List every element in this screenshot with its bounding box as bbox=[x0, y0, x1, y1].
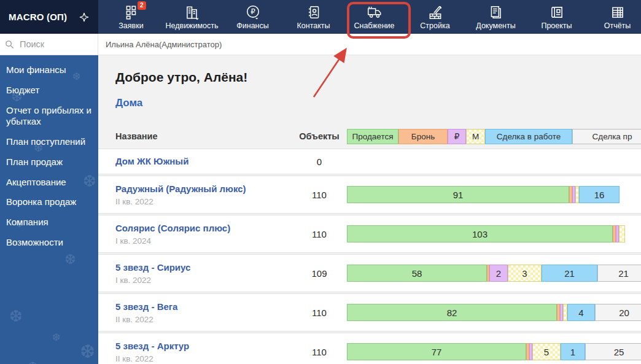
nav-item-label: Заявки bbox=[118, 21, 143, 30]
status-bar: 9116 bbox=[347, 186, 641, 203]
bar-segment-done[interactable]: 20 bbox=[595, 304, 641, 321]
nav-item-otchety[interactable]: Отчёты bbox=[587, 0, 641, 34]
nav-item-label: Стройка bbox=[420, 21, 449, 30]
documents-icon bbox=[488, 4, 505, 21]
house-link[interactable]: 5 звезд - Вега bbox=[115, 301, 177, 312]
house-name-cell: 5 звезд - АрктурII кв. 2022 bbox=[98, 341, 292, 363]
nav-item-label: Контакты bbox=[297, 21, 330, 30]
bar-segment-sale[interactable]: 82 bbox=[347, 304, 557, 321]
nav-item-label: Проекты bbox=[541, 21, 572, 30]
bar-segment-done[interactable]: 25 bbox=[585, 343, 641, 360]
truck-icon bbox=[366, 4, 383, 21]
sidebar-item[interactable]: Отчет о прибылях и убытках bbox=[0, 101, 98, 133]
table-row: Солярис (Солярис плюс)I кв. 2024110103 bbox=[98, 215, 641, 253]
blueprint-icon bbox=[548, 4, 565, 21]
notification-badge: 2 bbox=[138, 1, 146, 10]
bar-segment-sale[interactable]: 58 bbox=[347, 265, 487, 282]
status-bar: 775125 bbox=[347, 343, 641, 360]
bar-segment-done[interactable]: 21 bbox=[597, 265, 641, 282]
objects-count: 0 bbox=[292, 157, 347, 167]
snowflake-decoration: ❆ bbox=[52, 331, 60, 343]
objects-count: 110 bbox=[292, 308, 347, 318]
sidebar-item[interactable]: Воронка продаж bbox=[0, 192, 98, 212]
nav-item-finansy[interactable]: ₽Финансы bbox=[222, 0, 283, 34]
house-link[interactable]: 5 звезд - Арктур bbox=[115, 341, 189, 351]
nav-item-dokumenty[interactable]: Документы bbox=[465, 0, 526, 34]
nav-item-nedvizhimost[interactable]: Недвижимость bbox=[161, 0, 222, 34]
objects-count: 110 bbox=[292, 347, 347, 357]
house-name-cell: Радужный (Радужный люкс)II кв. 2022 bbox=[98, 184, 292, 206]
nav-item-snabzhenie[interactable]: Снабжение bbox=[344, 0, 405, 34]
left-sidebar: Мои финансыБюджетОтчет о прибылях и убыт… bbox=[0, 55, 98, 364]
sidebar-item[interactable]: Акцептование bbox=[0, 172, 98, 193]
house-name-cell: Солярис (Солярис плюс)I кв. 2024 bbox=[98, 223, 292, 246]
sidebar-item[interactable]: Возможности bbox=[0, 233, 98, 253]
pin-icon[interactable] bbox=[79, 12, 90, 23]
legend-item-rub: ₽ bbox=[448, 129, 466, 144]
status-bar: 58232121 bbox=[347, 265, 641, 282]
bar-segment-progress[interactable]: 1 bbox=[561, 343, 585, 360]
bar-segment-sale[interactable]: 91 bbox=[347, 186, 569, 203]
grid-requests-icon: 2 bbox=[123, 4, 140, 21]
nav-item-kontakty[interactable]: Контакты bbox=[283, 0, 344, 34]
house-link[interactable]: 5 звезд - Сириус bbox=[115, 262, 190, 273]
sidebar-item[interactable]: Бюджет bbox=[0, 80, 98, 101]
app-logo[interactable]: MACRO (ОП) bbox=[0, 0, 98, 34]
nav-item-proekty[interactable]: Проекты bbox=[526, 0, 587, 34]
sidebar-menu: Мои финансыБюджетОтчет о прибылях и убыт… bbox=[0, 55, 98, 253]
table-row: Дом ЖК Южный0 bbox=[98, 149, 641, 174]
house-quarter: II кв. 2022 bbox=[115, 197, 292, 206]
app-logo-text: MACRO (ОП) bbox=[9, 12, 67, 22]
bar-segment-sale[interactable]: 103 bbox=[347, 225, 613, 242]
sidebar-search[interactable] bbox=[0, 34, 98, 55]
top-nav-items: 2ЗаявкиНедвижимость₽ФинансыКонтактыСнабж… bbox=[98, 0, 641, 34]
sidebar-item[interactable]: План продаж bbox=[0, 152, 98, 172]
bar-segment-progress[interactable]: 16 bbox=[579, 186, 620, 203]
current-user-breadcrumb[interactable]: Ильина Алёна(Администратор) bbox=[106, 40, 222, 49]
bar-segment-m[interactable] bbox=[563, 304, 567, 321]
nav-item-label: Отчёты bbox=[604, 21, 631, 30]
sidebar-item[interactable]: Мои финансы bbox=[0, 60, 98, 80]
bar-segment-sale[interactable]: 77 bbox=[347, 343, 526, 360]
house-name-cell: 5 звезд - ВегаII кв. 2022 bbox=[98, 301, 292, 324]
bar-segment-m[interactable]: 5 bbox=[532, 343, 561, 360]
address-book-icon bbox=[305, 4, 322, 21]
nav-item-stroyka[interactable]: Стройка bbox=[405, 0, 465, 34]
column-header-objects[interactable]: Объекты bbox=[292, 131, 347, 141]
legend-item-done: Сделка пр bbox=[572, 129, 641, 144]
nav-item-label: Недвижимость bbox=[166, 21, 219, 30]
house-link[interactable]: Радужный (Радужный люкс) bbox=[115, 184, 246, 194]
house-quarter: II кв. 2022 bbox=[115, 315, 292, 324]
house-quarter: I кв. 2022 bbox=[115, 276, 292, 285]
snowflake-decoration: ❆ bbox=[28, 359, 38, 364]
bar-segment-progress[interactable]: 4 bbox=[567, 304, 595, 321]
building-icon bbox=[184, 4, 201, 21]
column-header-name[interactable]: Название bbox=[98, 131, 292, 141]
svg-text:₽: ₽ bbox=[251, 7, 255, 16]
search-input[interactable] bbox=[18, 39, 88, 50]
house-link[interactable]: Солярис (Солярис плюс) bbox=[115, 223, 230, 233]
trowel-bricks-icon bbox=[427, 4, 444, 21]
house-name-cell: 5 звезд - СириусI кв. 2022 bbox=[98, 262, 292, 285]
sidebar-item[interactable]: План поступлений bbox=[0, 132, 98, 152]
status-bar: 82420 bbox=[347, 304, 641, 321]
greeting-heading: Доброе утро, Алёна! bbox=[115, 70, 641, 85]
table-row: 5 звезд - ВегаII кв. 202211082420 bbox=[98, 293, 641, 331]
section-link-houses[interactable]: Дома bbox=[115, 97, 142, 109]
nav-item-zayavki[interactable]: 2Заявки bbox=[101, 0, 161, 34]
bar-segment-m[interactable]: 3 bbox=[508, 265, 542, 282]
legend-item-progress: Сделка в работе bbox=[485, 129, 572, 144]
bar-segment-progress[interactable]: 21 bbox=[542, 265, 597, 282]
objects-count: 109 bbox=[292, 268, 347, 279]
house-link[interactable]: Дом ЖК Южный bbox=[115, 156, 188, 166]
legend-item-m: М bbox=[466, 129, 485, 144]
table-row: 5 звезд - АрктурII кв. 2022110775125 bbox=[98, 333, 641, 364]
bar-segment-m[interactable] bbox=[619, 225, 625, 242]
search-icon bbox=[5, 40, 14, 49]
table-row: 5 звезд - СириусI кв. 202210958232121 bbox=[98, 254, 641, 292]
bar-segment-rub[interactable]: 2 bbox=[489, 265, 508, 282]
snowflake-decoration: ❆ bbox=[9, 307, 23, 326]
houses-table: Название Объекты ПродаетсяБронь₽МСделка … bbox=[98, 124, 641, 364]
house-quarter: II кв. 2022 bbox=[115, 354, 292, 363]
sidebar-item[interactable]: Компания bbox=[0, 212, 98, 233]
